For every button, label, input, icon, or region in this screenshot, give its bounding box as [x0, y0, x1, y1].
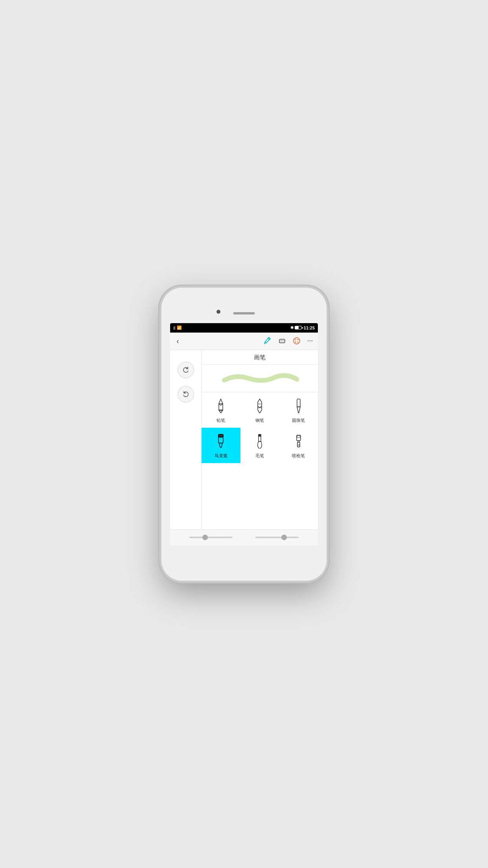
canvas-area[interactable]: [202, 463, 318, 530]
back-button[interactable]: ‹: [175, 335, 181, 347]
opacity-slider-thumb[interactable]: [281, 535, 287, 540]
marker-icon: [214, 434, 227, 451]
pen-tool-button[interactable]: [263, 337, 271, 345]
stroke-preview: [202, 365, 318, 392]
svg-marker-9: [219, 410, 223, 413]
phone-screen: ▯ 📶 ✱ 11:25 ‹: [170, 323, 318, 545]
brush-item-pencil[interactable]: 铅笔: [202, 392, 240, 428]
brush-label-text: 毛笔: [255, 453, 264, 459]
brush-icon: [253, 434, 266, 451]
svg-point-5: [295, 342, 296, 343]
brush-item-ballpoint[interactable]: 圆珠笔: [279, 392, 318, 428]
svg-point-4: [297, 339, 299, 340]
svg-text:0: 0: [298, 444, 299, 447]
time-display: 11:25: [304, 326, 315, 330]
more-options-button[interactable]: ···: [307, 338, 313, 344]
pen-label: 钢笔: [255, 417, 264, 423]
content-area: 画笔: [170, 350, 318, 530]
palette-button[interactable]: [292, 337, 301, 345]
spray-icon: 0: [292, 434, 305, 451]
battery-icon: [295, 326, 302, 329]
phone-frame: ▯ 📶 ✱ 11:25 ‹: [161, 288, 327, 581]
spray-label: 喷枪笔: [292, 453, 305, 459]
wifi-icon: 📶: [177, 326, 182, 330]
size-slider[interactable]: [189, 537, 233, 538]
brush-item-pen[interactable]: 钢笔: [240, 392, 279, 428]
opacity-slider[interactable]: [255, 537, 299, 538]
status-right: ✱ 11:25: [290, 326, 315, 330]
phone-camera: [216, 310, 220, 314]
svg-rect-16: [218, 434, 223, 437]
brush-item-marker[interactable]: 马克笔: [202, 428, 240, 463]
brush-grid: 铅笔 钢笔: [202, 392, 318, 463]
eraser-tool-button[interactable]: [277, 337, 286, 345]
sim-icon: ▯: [173, 326, 175, 330]
svg-rect-19: [259, 434, 261, 436]
svg-point-3: [295, 339, 296, 340]
svg-point-6: [297, 342, 299, 343]
ballpoint-label: 圆珠笔: [292, 417, 305, 423]
left-panel: [170, 350, 202, 530]
undo-button[interactable]: [178, 386, 194, 403]
toolbar-icons: ···: [263, 337, 313, 345]
size-slider-thumb[interactable]: [202, 535, 208, 540]
bluetooth-icon: ✱: [290, 326, 294, 330]
toolbar: ‹: [170, 333, 318, 350]
redo-button[interactable]: [178, 362, 194, 378]
marker-label: 马克笔: [215, 453, 227, 459]
status-left: ▯ 📶: [173, 326, 182, 330]
svg-marker-7: [219, 399, 223, 405]
pencil-label: 铅笔: [216, 417, 225, 423]
status-bar: ▯ 📶 ✱ 11:25: [170, 323, 318, 333]
phone-speaker: [233, 312, 255, 314]
brush-item-spray[interactable]: 0 喷枪笔: [279, 428, 318, 463]
svg-rect-21: [297, 436, 300, 438]
brush-panel-title: 画笔: [202, 350, 318, 365]
svg-rect-8: [219, 404, 223, 410]
pen-icon: [253, 398, 266, 415]
pencil-icon: [214, 398, 227, 415]
svg-point-2: [294, 338, 300, 344]
bottom-bar: [170, 530, 318, 545]
ballpoint-icon: [292, 398, 305, 415]
brush-item-brush[interactable]: 毛笔: [240, 428, 279, 463]
brush-panel: 画笔: [202, 350, 318, 530]
svg-marker-13: [297, 407, 300, 412]
svg-rect-12: [297, 399, 300, 407]
